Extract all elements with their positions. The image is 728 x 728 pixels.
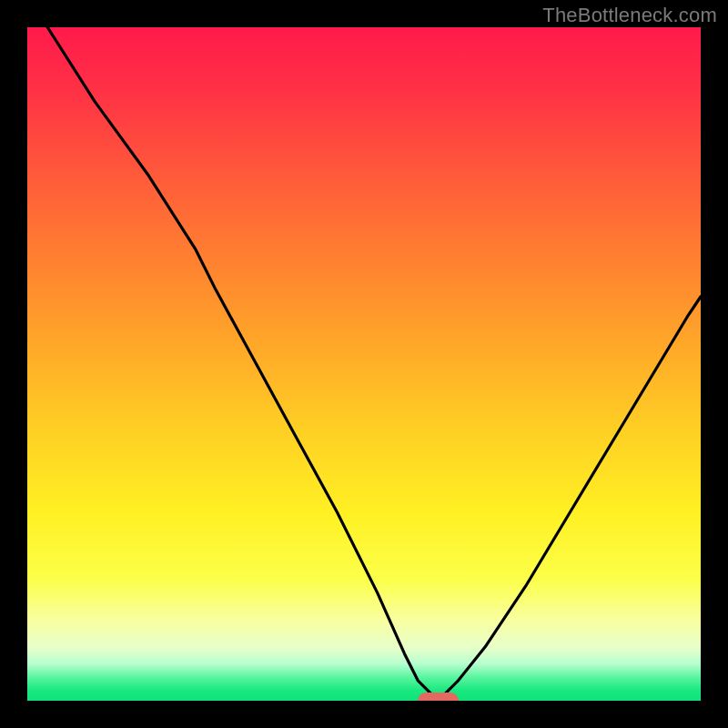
plot-area (27, 27, 701, 701)
watermark-text: TheBottleneck.com (542, 4, 717, 27)
gradient-background (27, 27, 701, 701)
optimal-marker (418, 693, 458, 701)
chart-svg (27, 27, 701, 701)
chart-frame: TheBottleneck.com (0, 0, 728, 728)
